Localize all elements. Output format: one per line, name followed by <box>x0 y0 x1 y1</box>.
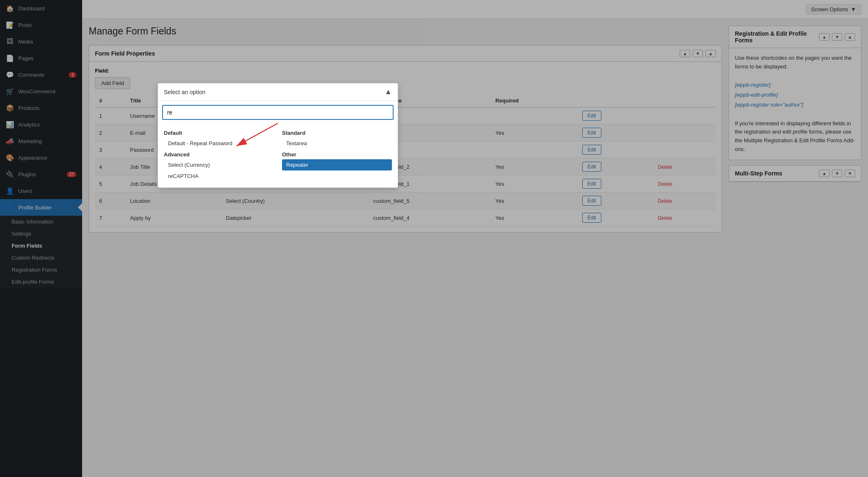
dropdown-left-col: Default Default - Repeat Password Advanc… <box>164 127 274 182</box>
group-label-advanced: Advanced <box>164 149 274 159</box>
dropdown-right-col: Standard Textarea Other Repeater <box>282 127 392 182</box>
dropdown-search-input[interactable] <box>162 105 394 120</box>
close-icon[interactable]: ▲ <box>384 88 392 96</box>
option-default-repeat-password[interactable]: Default - Repeat Password <box>164 138 274 149</box>
group-label-default: Default <box>164 127 274 138</box>
dropdown-header: Select an option ▲ <box>158 83 398 101</box>
dropdown-options: Default Default - Repeat Password Advanc… <box>158 124 398 187</box>
dropdown-title: Select an option <box>164 89 205 95</box>
option-repeater[interactable]: Repeater <box>282 159 392 170</box>
group-label-standard: Standard <box>282 127 392 138</box>
option-textarea[interactable]: Textarea <box>282 138 392 149</box>
dropdown-overlay[interactable]: Select an option ▲ Default Default - Rep… <box>0 0 868 477</box>
dropdown-container: Select an option ▲ Default Default - Rep… <box>158 83 398 188</box>
group-label-other: Other <box>282 149 392 159</box>
option-select-currency[interactable]: Select (Currency) <box>164 159 274 170</box>
option-recaptcha[interactable]: reCAPTCHA <box>164 170 274 182</box>
